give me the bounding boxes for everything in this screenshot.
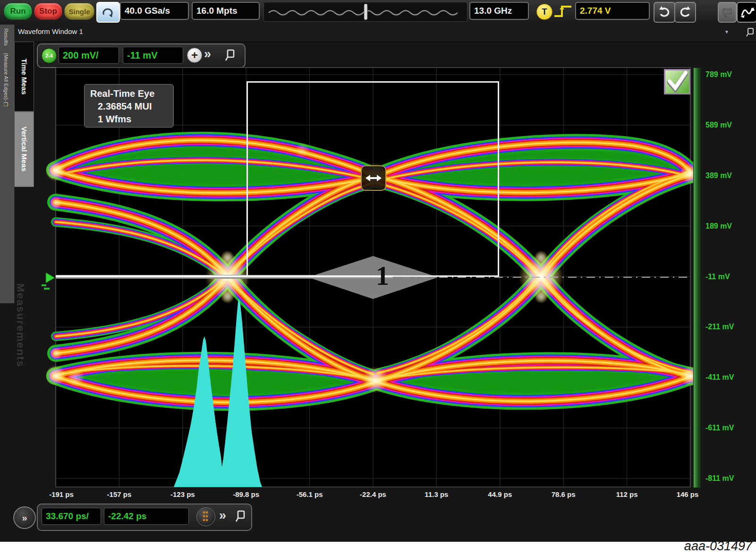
y-tick-label: 789 mV (705, 70, 732, 79)
eye-info-readout: Real-Time Eye 2.36854 MUI 1 Wfms (84, 84, 174, 128)
x-tick-label: 44.9 ps (488, 490, 512, 498)
x-tick-label: 146 ps (677, 490, 699, 498)
eye-info-wfms: 1 Wfms (98, 113, 173, 126)
eye-info-title: Real-Time Eye (90, 87, 173, 100)
x-tick-label: -89.8 ps (233, 490, 259, 498)
horizontal-position-field[interactable]: -22.42 ps (104, 508, 189, 525)
x-tick-label: -56.1 ps (297, 490, 323, 498)
horizontal-drag-handle[interactable] (361, 165, 386, 191)
checkmark-icon (665, 70, 689, 94)
screenshot-root: Run Stop Single 40.0 GSa/s 16.0 Mpts 13.… (0, 0, 756, 555)
x-tick-label: -191 ps (49, 490, 74, 498)
y-tick-label: 389 mV (705, 171, 732, 180)
y-tick-label: 589 mV (705, 121, 732, 129)
horizontal-scale-bar: 33.670 ps/ -22.42 ps » (37, 504, 252, 531)
x-tick-label: 78.6 ps (552, 490, 576, 498)
vertical-scale-strip[interactable] (693, 68, 701, 488)
display-checkbox[interactable] (664, 69, 690, 94)
x-tick-label: -157 ps (107, 490, 132, 498)
y-tick-label: -211 mV (705, 323, 734, 331)
x-tick-label: -123 ps (170, 490, 195, 498)
horizontal-scale-field[interactable]: 33.670 ps/ (42, 508, 101, 525)
horizontal-knob-icon[interactable] (196, 507, 215, 526)
x-tick-label: 11.3 ps (425, 490, 448, 498)
y-tick-label: -611 mV (705, 424, 734, 432)
y-tick-label: -811 mV (705, 474, 734, 483)
chevrons-icon: » (22, 512, 27, 523)
y-tick-label: -11 mV (705, 273, 730, 281)
x-tick-label: 112 ps (616, 490, 638, 498)
oscilloscope-window: Run Stop Single 40.0 GSa/s 16.0 Mpts 13.… (0, 0, 756, 542)
pin-icon[interactable] (235, 510, 246, 522)
y-tick-label: 189 mV (705, 222, 732, 231)
expand-chevrons-icon[interactable]: » (219, 509, 226, 522)
expand-results-button[interactable]: » (13, 506, 36, 529)
figure-caption: aaa-031497 (684, 539, 752, 554)
marker-1-label[interactable]: 1 (376, 263, 397, 293)
x-tick-label: -22.4 ps (360, 490, 386, 498)
eye-info-mui: 2.36854 MUI (98, 100, 173, 113)
horizontal-arrow-icon (363, 173, 384, 183)
y-tick-label: -411 mV (705, 373, 734, 382)
